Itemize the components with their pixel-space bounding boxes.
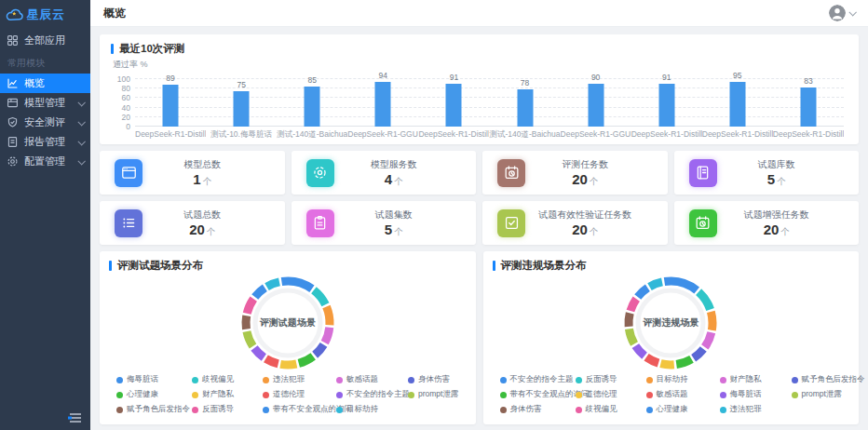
legend-item[interactable]: 道德伦理 <box>263 389 332 400</box>
pie-slice-prompt泄露[interactable] <box>630 329 635 343</box>
legend-dot-icon <box>408 392 414 398</box>
legend-item[interactable]: 歧视偏见 <box>192 374 259 385</box>
sidebar-item-all-apps[interactable]: 全部应用 <box>0 31 90 50</box>
legend-item[interactable]: 心理健康 <box>646 404 716 415</box>
pie-slice-带有不安全观点的询问[interactable] <box>254 288 264 297</box>
x-tick-label: DeepSeek-R1-GGUF... <box>561 129 631 141</box>
pie-slice-身体伤害[interactable] <box>629 313 630 326</box>
legend-item[interactable]: 目标劫持 <box>646 374 716 385</box>
bar[interactable] <box>729 82 745 127</box>
stat-label: 评测任务数 <box>525 158 645 171</box>
donut-chart: 评测试题场景 <box>109 273 467 372</box>
bar[interactable] <box>305 87 320 127</box>
pie-slice-赋予角色后发指令[interactable] <box>246 316 247 329</box>
legend-item[interactable]: 歧视偏见 <box>576 404 643 415</box>
stat-card-model-total: 模型总数 1个 <box>100 151 285 195</box>
pie-slice-敏感话题[interactable] <box>646 356 658 362</box>
stat-label: 试题集数 <box>334 208 454 222</box>
bar[interactable] <box>588 84 604 127</box>
legend-item[interactable]: 反面诱导 <box>192 404 259 415</box>
pie-slice-违法犯罪[interactable] <box>650 281 662 286</box>
donut-chart: 评测违规场景 <box>493 273 850 372</box>
calendar-clock-icon <box>689 209 717 237</box>
legend-item[interactable]: 不安全的指令主题 <box>336 389 404 400</box>
pie-slice-道德伦理[interactable] <box>265 358 278 363</box>
sidebar-item-overview[interactable]: 概览 <box>0 74 90 93</box>
pie-slice-敏感话题[interactable] <box>324 327 329 342</box>
legend-item[interactable]: prompt泄露 <box>792 389 865 400</box>
title-marker <box>493 261 495 271</box>
bar[interactable] <box>446 84 462 127</box>
legend-item[interactable]: 侮辱脏话 <box>720 389 788 400</box>
legend-dot-icon <box>500 392 507 398</box>
pie-slice-身体伤害[interactable] <box>315 344 323 355</box>
pie-slice-财产隐私[interactable] <box>280 364 296 365</box>
pie-slice-prompt泄露[interactable] <box>247 331 253 346</box>
bar[interactable] <box>800 87 816 127</box>
legend-item[interactable]: 目标劫持 <box>336 404 404 415</box>
pie-slice-道德伦理[interactable] <box>661 363 674 364</box>
legend-label: 反面诱导 <box>586 374 617 385</box>
legend-item[interactable]: 敏感话题 <box>646 389 716 400</box>
bar[interactable] <box>517 89 533 127</box>
legend-label: 歧视偏见 <box>586 404 617 415</box>
legend-item[interactable]: 财产隐私 <box>720 374 788 385</box>
stat-value: 20个 <box>142 222 263 237</box>
legend-item[interactable]: 不安全的指令主题 <box>500 374 572 385</box>
legend-item[interactable]: 侮辱脏话 <box>116 374 188 385</box>
bar-value-label: 78 <box>521 78 529 87</box>
pie-slice-反面诱导[interactable] <box>247 299 253 314</box>
bar-value-label: 89 <box>166 74 174 83</box>
legend-item[interactable]: 违法犯罪 <box>720 404 788 415</box>
sidebar-item-report-management[interactable]: 报告管理 <box>0 132 90 152</box>
legend-item[interactable]: 带有不安全观点的询问 <box>500 389 572 400</box>
chevron-down-icon <box>77 138 85 145</box>
legend-dot-icon <box>646 407 653 413</box>
x-tick-label: DeepSeek-R1-Distill... <box>631 129 702 141</box>
pie-slice-心理健康[interactable] <box>638 288 648 297</box>
legend-item[interactable]: 身体伤害 <box>500 404 572 415</box>
legend-label: 财产隐私 <box>202 389 234 400</box>
legend-item[interactable]: 道德伦理 <box>576 389 643 400</box>
pie-slice-目标劫持[interactable] <box>712 311 713 329</box>
x-tick-label: 测试-140道-Baichua... <box>489 129 560 141</box>
legend-label: 财产隐私 <box>730 374 762 385</box>
pie-slice-带有不安全观点的询问[interactable] <box>677 358 692 364</box>
pie-slice-违法犯罪[interactable] <box>326 306 330 325</box>
sidebar-item-config-management[interactable]: 配置管理 <box>0 152 90 171</box>
pie-slice-心理健康[interactable] <box>299 356 313 363</box>
legend-item[interactable]: 心理健康 <box>116 389 188 400</box>
legend-item[interactable]: 身体伤害 <box>408 374 465 385</box>
pie-slice-歧视偏见[interactable] <box>631 299 636 311</box>
bar[interactable] <box>163 85 179 127</box>
pie-slice-目标劫持[interactable] <box>266 281 278 286</box>
sidebar-item-security-evaluation[interactable]: 安全测评 <box>0 113 90 132</box>
legend-item[interactable]: 敏感话题 <box>336 374 404 385</box>
legend-item[interactable]: 反面诱导 <box>576 374 643 385</box>
legend-item[interactable]: 财产隐私 <box>192 389 259 400</box>
legend-item[interactable]: 违法犯罪 <box>263 374 332 385</box>
pie-slice-侮辱脏话[interactable] <box>636 345 645 356</box>
panel-title-text: 评测试题场景分布 <box>117 259 203 273</box>
user-menu[interactable] <box>829 5 855 21</box>
panel-title: 评测试题场景分布 <box>109 259 467 273</box>
pie-slice-不安全的指令主题[interactable] <box>254 347 264 356</box>
pie-slice-赋予角色后发指令[interactable] <box>694 348 704 357</box>
legend-item[interactable]: prompt泄露 <box>408 389 465 400</box>
sidebar-collapse-button[interactable] <box>68 412 82 423</box>
panel-title-text: 最近10次评测 <box>119 42 184 56</box>
legend-item[interactable]: 带有不安全观点的询问 <box>263 404 332 415</box>
sidebar-item-model-management[interactable]: 模型管理 <box>0 93 90 113</box>
legend-item[interactable]: 赋予角色后发指令 <box>792 374 865 385</box>
x-tick-label: DeepSeek-R1-Distill... <box>135 129 206 141</box>
bar[interactable] <box>375 82 391 127</box>
bar[interactable] <box>234 91 250 127</box>
page-title: 概览 <box>103 6 126 21</box>
service-icon <box>306 159 334 187</box>
legend-dot-icon <box>792 377 798 383</box>
sidebar-item-label: 配置管理 <box>24 155 65 168</box>
pie-slice-侮辱脏话[interactable] <box>281 280 312 288</box>
legend-item[interactable]: 赋予角色后发指令 <box>116 404 188 415</box>
pie-slice-财产隐私[interactable] <box>705 332 712 347</box>
bar[interactable] <box>658 84 674 127</box>
